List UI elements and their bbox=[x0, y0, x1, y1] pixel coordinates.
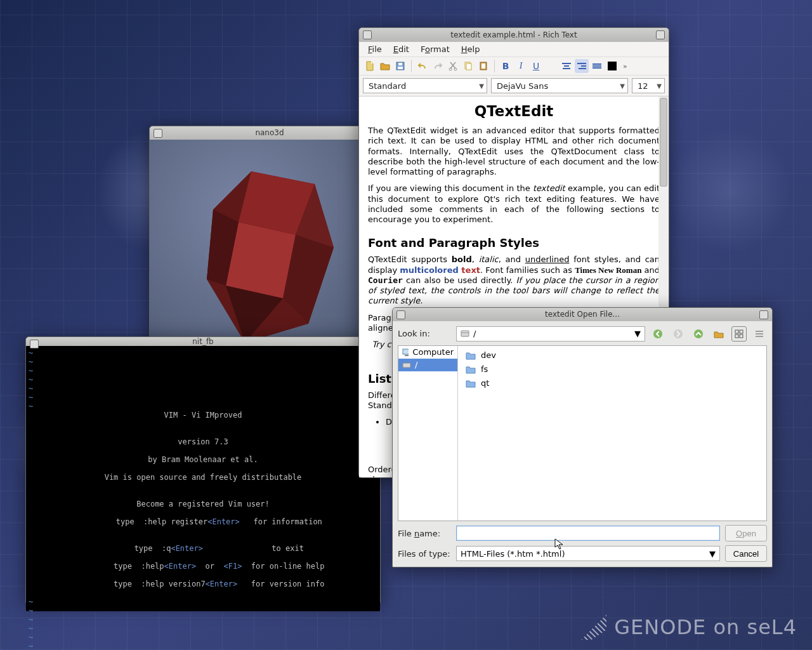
toolbar: B I U » bbox=[359, 56, 669, 75]
filetype-label: Files of type: bbox=[398, 549, 451, 559]
align-justify-button[interactable] bbox=[590, 59, 604, 73]
watermark: GENODE on seL4 bbox=[581, 614, 797, 640]
maximize-icon[interactable] bbox=[656, 30, 665, 39]
italic-button[interactable]: I bbox=[514, 59, 528, 73]
file-dialog-sidebar: Computer / bbox=[398, 346, 458, 521]
chevron-down-icon: ▼ bbox=[479, 83, 484, 90]
svg-rect-21 bbox=[735, 330, 738, 333]
format-row: Standard▼ DejaVu Sans▼ 12▼ bbox=[359, 75, 669, 96]
scrollbar-thumb[interactable] bbox=[660, 98, 667, 187]
filename-input[interactable] bbox=[456, 526, 720, 541]
svg-rect-8 bbox=[398, 67, 403, 69]
menu-help[interactable]: Help bbox=[456, 43, 485, 55]
style-combo[interactable]: Standard▼ bbox=[363, 78, 487, 93]
textedit-titlebar[interactable]: textedit example.html - Rich Text bbox=[359, 28, 669, 42]
svg-point-19 bbox=[674, 329, 683, 338]
filename-label: File name: bbox=[398, 529, 451, 538]
sidebar-item-root[interactable]: / bbox=[398, 359, 457, 371]
list-item[interactable]: fs bbox=[463, 362, 764, 376]
file-dialog-titlebar[interactable]: textedit Open File... bbox=[393, 308, 772, 321]
svg-rect-17 bbox=[461, 331, 469, 333]
list-item[interactable]: qt bbox=[463, 376, 764, 390]
svg-rect-23 bbox=[735, 335, 738, 338]
menu-file[interactable]: FFileile bbox=[363, 43, 387, 55]
doc-h1: QTextEdit bbox=[368, 103, 660, 119]
menu-format[interactable]: Format bbox=[416, 43, 455, 55]
svg-rect-29 bbox=[405, 355, 409, 356]
menubar: FFileile Edit Format Help bbox=[359, 42, 669, 56]
file-list[interactable]: dev fs qt bbox=[461, 346, 766, 521]
folder-icon bbox=[466, 379, 476, 388]
nano3d-titlebar[interactable]: nano3d bbox=[150, 126, 390, 140]
copy-icon[interactable] bbox=[461, 59, 475, 73]
undo-icon[interactable] bbox=[416, 59, 429, 73]
svg-rect-9 bbox=[398, 63, 402, 65]
close-icon[interactable] bbox=[363, 30, 372, 39]
lookin-combo[interactable]: / ▼ bbox=[456, 326, 645, 342]
align-left-button[interactable] bbox=[544, 59, 558, 73]
up-button[interactable] bbox=[691, 326, 706, 342]
terminal-title: nit_fb bbox=[192, 337, 214, 346]
new-file-icon[interactable] bbox=[363, 59, 377, 73]
genode-logo-icon bbox=[581, 614, 606, 640]
close-icon[interactable] bbox=[396, 310, 405, 319]
cancel-button[interactable]: Cancel bbox=[725, 545, 767, 562]
font-combo[interactable]: DejaVu Sans▼ bbox=[491, 78, 628, 93]
terminal-content[interactable]: ~ ~ ~ ~ ~ ~ ~ VIM - Vi IMproved version … bbox=[26, 346, 380, 611]
svg-point-20 bbox=[694, 329, 703, 338]
align-right-button[interactable] bbox=[575, 59, 589, 73]
size-combo[interactable]: 12▼ bbox=[632, 78, 665, 93]
terminal-titlebar[interactable]: nit_fb bbox=[26, 337, 380, 346]
svg-point-18 bbox=[653, 329, 662, 338]
nano3d-title: nano3d bbox=[255, 128, 284, 137]
save-file-icon[interactable] bbox=[393, 59, 407, 73]
underline-button[interactable]: U bbox=[529, 59, 543, 73]
maximize-icon[interactable] bbox=[759, 310, 768, 319]
disk-icon bbox=[402, 361, 411, 369]
list-item[interactable]: dev bbox=[463, 348, 764, 362]
back-button[interactable] bbox=[650, 326, 665, 342]
toolbar-overflow-icon[interactable]: » bbox=[620, 62, 630, 70]
bold-button[interactable]: B bbox=[499, 59, 513, 73]
paste-icon[interactable] bbox=[476, 59, 490, 73]
terminal-window[interactable]: nit_fb ~ ~ ~ ~ ~ ~ ~ VIM - Vi IMproved v… bbox=[25, 336, 381, 603]
svg-rect-15 bbox=[481, 63, 485, 69]
chevron-down-icon: ▼ bbox=[620, 83, 625, 90]
open-file-icon[interactable] bbox=[378, 59, 392, 73]
new-folder-button[interactable] bbox=[711, 326, 726, 342]
file-dialog[interactable]: textedit Open File... Look in: / ▼ bbox=[392, 307, 773, 567]
align-center-button[interactable] bbox=[560, 59, 573, 73]
lookin-label: Look in: bbox=[398, 329, 451, 338]
folder-icon bbox=[466, 351, 476, 360]
folder-icon bbox=[466, 365, 476, 374]
chevron-down-icon: ▼ bbox=[634, 329, 641, 338]
svg-rect-24 bbox=[740, 335, 743, 338]
chevron-down-icon: ▼ bbox=[709, 549, 716, 559]
svg-rect-13 bbox=[466, 63, 471, 70]
close-icon[interactable] bbox=[30, 340, 39, 348]
textedit-title: textedit example.html - Rich Text bbox=[450, 30, 577, 39]
menu-edit[interactable]: Edit bbox=[388, 43, 414, 55]
redo-icon[interactable] bbox=[431, 59, 445, 73]
chevron-down-icon: ▼ bbox=[657, 83, 662, 90]
detail-view-button[interactable] bbox=[752, 326, 767, 342]
svg-rect-30 bbox=[403, 363, 410, 368]
forward-button[interactable] bbox=[671, 326, 686, 342]
disk-icon bbox=[461, 330, 469, 338]
computer-icon bbox=[402, 348, 409, 357]
svg-rect-28 bbox=[403, 349, 409, 354]
text-color-button[interactable] bbox=[605, 59, 619, 73]
close-icon[interactable] bbox=[154, 129, 162, 138]
open-button[interactable]: Open bbox=[725, 525, 767, 541]
filetype-combo[interactable]: HTML-Files (*.htm *.html) ▼ bbox=[456, 546, 720, 561]
cut-icon[interactable] bbox=[446, 59, 460, 73]
list-view-button[interactable] bbox=[731, 326, 747, 342]
svg-rect-22 bbox=[740, 330, 743, 333]
svg-marker-3 bbox=[226, 222, 296, 298]
sidebar-item-computer[interactable]: Computer bbox=[398, 346, 457, 359]
file-dialog-title: textedit Open File... bbox=[545, 310, 620, 319]
